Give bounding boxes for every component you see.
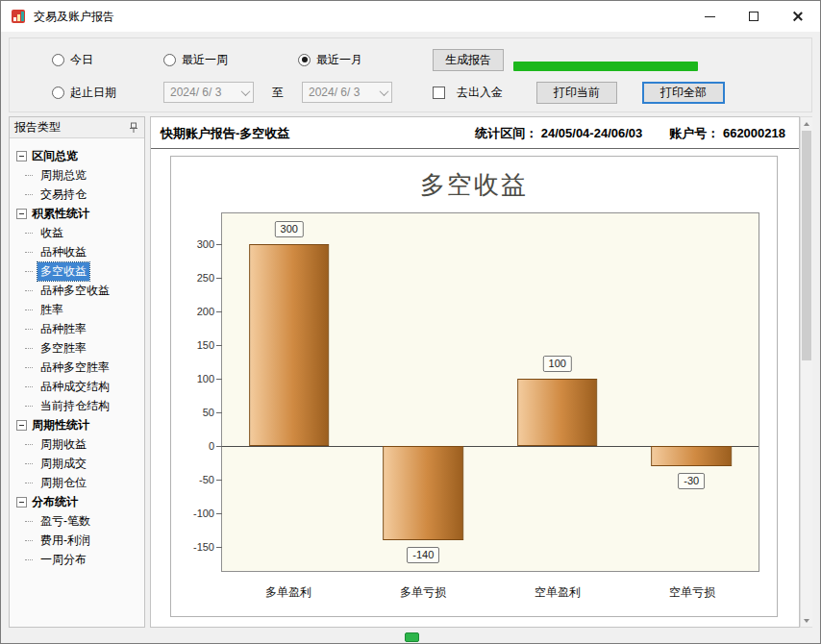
tree-item-label[interactable]: 一周分布: [37, 551, 89, 569]
date-from-picker[interactable]: 2024/ 6/ 3: [163, 82, 254, 103]
y-tick-label: -150: [193, 541, 214, 553]
close-icon: [792, 11, 804, 22]
tree-group-2[interactable]: 积累性统计: [12, 204, 142, 223]
tree-item-label[interactable]: 周期收益: [37, 435, 89, 454]
maximize-button[interactable]: [732, 1, 776, 32]
y-tick-mark: [216, 547, 222, 548]
tree-group-3[interactable]: 周期性统计: [12, 415, 142, 434]
tree-item-label[interactable]: 交易持仓: [37, 186, 89, 204]
tree-item[interactable]: 品种多空收益: [12, 281, 142, 300]
tree-item[interactable]: 品种胜率: [12, 319, 142, 338]
radio-last-week[interactable]: 最近一周: [163, 52, 228, 68]
window-title: 交易及账户报告: [34, 9, 114, 25]
tree-item[interactable]: 品种多空胜率: [12, 358, 142, 377]
y-tick-mark: [216, 513, 222, 514]
tree-item[interactable]: 交易持仓: [12, 185, 142, 204]
chart-title: 多空收益: [171, 168, 777, 202]
bar-多单盈利: [249, 244, 330, 447]
tree-item-label[interactable]: 品种多空胜率: [37, 359, 112, 377]
collapse-icon[interactable]: [16, 209, 27, 219]
tree-item[interactable]: 周期总览: [12, 165, 142, 185]
radio-today[interactable]: 今日: [52, 52, 93, 68]
tree-item-label[interactable]: 周期总览: [37, 166, 89, 185]
titlebar: 交易及账户报告: [1, 1, 820, 32]
exclude-deposit-checkbox[interactable]: 去出入金: [433, 85, 503, 101]
taskbar-peek-icon: [405, 632, 419, 642]
tree-item-label[interactable]: 胜率: [37, 301, 66, 319]
tree-item-label[interactable]: 品种多空收益: [37, 282, 112, 300]
tree-item-label[interactable]: 费用-利润: [37, 532, 93, 550]
chart-panel: 多空收益 300250200150100500-50-100-150300-14…: [170, 156, 778, 617]
tree-item[interactable]: 多空收益: [12, 261, 142, 281]
tree-item-label[interactable]: 多空胜率: [37, 339, 89, 358]
tree-item[interactable]: 一周分布: [12, 550, 142, 569]
y-tick-label: 150: [197, 339, 214, 351]
bar-多单亏损: [383, 446, 463, 540]
tree-item[interactable]: 周期收益: [12, 434, 142, 454]
report-toolbar: 今日 最近一周 最近一月 生成报告: [9, 37, 812, 112]
minimize-button[interactable]: [687, 1, 732, 32]
tree-group-4[interactable]: 分布统计: [12, 492, 142, 511]
window-controls: [687, 1, 820, 32]
y-tick-mark: [216, 412, 222, 413]
scroll-up-icon[interactable]: [801, 117, 812, 130]
tree-item-label[interactable]: 品种胜率: [37, 320, 89, 338]
tree-item[interactable]: 费用-利润: [12, 531, 142, 550]
tree-connector: [25, 483, 33, 483]
scrollbar-thumb[interactable]: [802, 131, 811, 360]
x-axis-labels: 多单盈利多单亏损空单盈利空单亏损: [221, 584, 759, 601]
bar-空单盈利: [517, 379, 598, 446]
sidebar-title: 报告类型: [14, 119, 61, 136]
radio-last-month[interactable]: 最近一月: [298, 52, 362, 68]
vertical-scrollbar[interactable]: [800, 116, 812, 628]
tree-item-label[interactable]: 品种收益: [37, 243, 89, 261]
tree-item[interactable]: 周期成交: [12, 454, 142, 473]
tree-group-label[interactable]: 区间总览: [32, 148, 78, 164]
collapse-icon[interactable]: [16, 497, 27, 508]
scroll-down-icon[interactable]: [801, 614, 812, 627]
main-area: 报告类型 区间总览周期总览交易持仓积累性统计收益品种收益多空收益品种多空收益胜率…: [9, 116, 812, 628]
chevron-down-icon: [241, 87, 251, 96]
tree-group-1[interactable]: 区间总览: [12, 146, 142, 165]
chevron-down-icon: [380, 87, 389, 96]
report-type-sidebar: 报告类型 区间总览周期总览交易持仓积累性统计收益品种收益多空收益品种多空收益胜率…: [9, 116, 145, 628]
print-all-button[interactable]: 打印全部: [642, 82, 725, 104]
tree-item-label[interactable]: 品种成交结构: [37, 378, 112, 396]
tree-item-label[interactable]: 收益: [37, 224, 66, 242]
report-stats: 统计区间： 24/05/04-24/06/03 账户号： 662000218: [475, 125, 785, 142]
toolbar-row-2: 起止日期 2024/ 6/ 3 至 2024/ 6/ 3: [10, 81, 811, 104]
date-to-picker[interactable]: 2024/ 6/ 3: [302, 82, 392, 103]
bar-value-label: 300: [275, 221, 304, 237]
radio-date-range[interactable]: 起止日期: [52, 85, 116, 101]
pin-icon[interactable]: [128, 122, 139, 134]
tree-item[interactable]: 胜率: [12, 300, 142, 319]
checkbox-icon: [433, 87, 445, 99]
tree-item[interactable]: 周期仓位: [12, 473, 142, 492]
report-title: 快期账户报告-多空收益: [161, 125, 289, 142]
tree-item[interactable]: 盈亏-笔数: [12, 511, 142, 531]
sidebar-header: 报告类型: [10, 117, 144, 138]
tree-item[interactable]: 收益: [12, 223, 142, 242]
app-icon: [11, 9, 26, 24]
radio-date-range-circle: [52, 87, 64, 99]
tree-connector: [25, 444, 33, 445]
tree-group-label[interactable]: 积累性统计: [32, 206, 89, 222]
tree-item[interactable]: 品种成交结构: [12, 377, 142, 396]
tree-group-label[interactable]: 周期性统计: [32, 417, 89, 433]
tree-item[interactable]: 多空胜率: [12, 338, 142, 358]
collapse-icon[interactable]: [16, 151, 27, 161]
print-current-button[interactable]: 打印当前: [536, 82, 617, 104]
generate-report-button[interactable]: 生成报告: [433, 49, 504, 71]
tree-item-label[interactable]: 周期仓位: [37, 474, 89, 492]
tree-group-label[interactable]: 分布统计: [32, 494, 78, 510]
tree-item[interactable]: 品种收益: [12, 242, 142, 261]
app-window: 交易及账户报告 今日 最近一周: [0, 0, 821, 644]
bar-空单亏损: [651, 446, 732, 466]
tree-item[interactable]: 当前持仓结构: [12, 396, 142, 415]
close-button[interactable]: [776, 1, 820, 32]
tree-item-label[interactable]: 当前持仓结构: [37, 397, 112, 415]
tree-item-label[interactable]: 盈亏-笔数: [37, 512, 93, 531]
tree-item-label[interactable]: 周期成交: [37, 455, 89, 473]
tree-item-label[interactable]: 多空收益: [37, 262, 89, 281]
collapse-icon[interactable]: [16, 420, 27, 431]
